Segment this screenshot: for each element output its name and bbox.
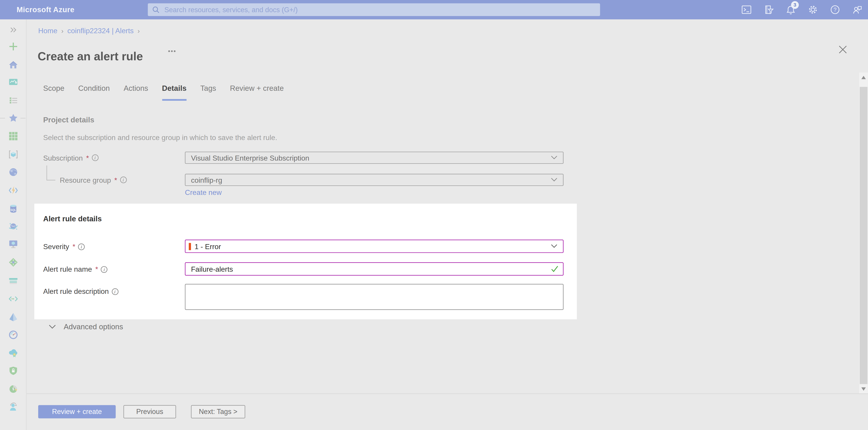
alert-rule-description-field xyxy=(185,284,563,310)
breadcrumb-resource-link[interactable]: coinflip22324 | Alerts xyxy=(67,27,133,35)
sidebar-item-create-resource[interactable] xyxy=(8,41,18,52)
monitor-gauge-icon xyxy=(8,330,18,340)
help-button[interactable]: ? xyxy=(824,0,846,20)
info-icon[interactable] xyxy=(92,155,98,161)
sidebar-item-advisor[interactable] xyxy=(8,348,18,358)
directory-filter-icon xyxy=(763,4,774,15)
resource-group-label: Resource group* xyxy=(60,176,126,184)
chevron-down-icon xyxy=(551,244,557,249)
sidebar-item-storage-accounts[interactable] xyxy=(8,275,18,286)
top-bar: Microsoft Azure xyxy=(0,0,868,20)
dashboard-icon xyxy=(8,77,18,87)
list-icon xyxy=(8,95,18,105)
settings-button[interactable] xyxy=(802,0,824,20)
more-options-icon[interactable] xyxy=(168,51,178,54)
scrollbar-up-arrow[interactable] xyxy=(862,76,866,79)
sidebar-item-virtual-networks[interactable] xyxy=(8,294,18,304)
sidebar-item-cost-management[interactable]: $ xyxy=(8,384,18,394)
previous-button[interactable]: Previous xyxy=(123,405,176,419)
active-directory-icon xyxy=(8,312,18,322)
page-title: Create an alert rule xyxy=(38,50,143,63)
grid-icon xyxy=(8,131,18,141)
sidebar-item-cosmos-db[interactable] xyxy=(8,221,18,231)
sidebar-expand-button[interactable] xyxy=(8,25,18,35)
azure-logo[interactable]: Microsoft Azure xyxy=(17,0,74,20)
alert-rule-name-field xyxy=(185,262,563,276)
azure-portal-window: Microsoft Azure xyxy=(0,0,868,430)
info-icon[interactable] xyxy=(120,176,126,183)
alert-rule-details-card: Alert rule details Severity* 1 - Error A… xyxy=(34,204,577,319)
alert-rule-name-input[interactable] xyxy=(190,264,551,274)
left-sidebar: SQL xyxy=(0,20,27,430)
favorites-divider xyxy=(0,118,5,118)
sidebar-item-monitor[interactable] xyxy=(8,330,18,340)
resource-group-icon xyxy=(8,150,18,160)
sql-database-icon: SQL xyxy=(8,204,18,213)
sidebar-item-all-services[interactable] xyxy=(8,95,18,105)
tab-review-create[interactable]: Review + create xyxy=(230,84,284,96)
close-blade-button[interactable] xyxy=(839,45,850,57)
alert-rule-name-label: Alert rule name* xyxy=(43,265,107,273)
breadcrumb: Home › coinflip22324 | Alerts › xyxy=(38,27,140,35)
valid-check-icon xyxy=(551,266,559,272)
advisor-icon xyxy=(8,348,18,358)
global-search[interactable] xyxy=(148,3,600,16)
sidebar-item-all-resources[interactable] xyxy=(8,131,18,141)
breadcrumb-home-link[interactable]: Home xyxy=(38,27,57,35)
severity-dropdown[interactable]: 1 - Error xyxy=(185,240,563,253)
sidebar-item-resource-groups[interactable] xyxy=(8,150,18,160)
required-marker: * xyxy=(114,176,117,184)
info-icon[interactable] xyxy=(78,243,85,250)
next-tags-button[interactable]: Next: Tags > xyxy=(191,405,245,419)
scrollbar-down-arrow[interactable] xyxy=(862,387,866,391)
tab-scope[interactable]: Scope xyxy=(43,84,64,96)
info-icon[interactable] xyxy=(101,266,107,272)
sidebar-item-load-balancers[interactable] xyxy=(8,257,18,267)
create-new-link[interactable]: Create new xyxy=(185,188,222,197)
tab-condition[interactable]: Condition xyxy=(78,84,110,96)
content-pane: Home › coinflip22324 | Alerts › Create a… xyxy=(27,20,868,430)
resource-group-dropdown[interactable]: coinflip-rg xyxy=(185,174,563,186)
plus-icon xyxy=(8,41,18,52)
cosmos-db-icon xyxy=(8,221,18,231)
storage-account-icon xyxy=(8,275,18,286)
wizard-tabs: Scope Condition Actions Details Tags Rev… xyxy=(43,84,284,96)
subscription-label: Subscription* xyxy=(43,154,98,162)
sidebar-item-dashboard[interactable] xyxy=(8,77,18,87)
scrollbar-thumb[interactable] xyxy=(860,87,867,384)
search-icon xyxy=(152,6,159,13)
subscription-dropdown[interactable]: Visual Studio Enterprise Subscription xyxy=(185,152,563,164)
home-icon xyxy=(8,60,18,70)
virtual-network-icon xyxy=(8,294,18,304)
help-icon: ? xyxy=(830,4,840,15)
sidebar-item-sql-databases[interactable]: SQL xyxy=(8,204,18,213)
svg-text:$: $ xyxy=(12,387,14,391)
info-icon[interactable] xyxy=(112,288,118,295)
directory-filter-button[interactable] xyxy=(757,0,779,20)
tab-details[interactable]: Details xyxy=(162,84,186,96)
search-input[interactable] xyxy=(163,5,596,14)
breadcrumb-separator: › xyxy=(61,27,64,35)
svg-text:?: ? xyxy=(833,7,836,13)
tab-tags[interactable]: Tags xyxy=(200,84,216,96)
sidebar-item-favorites[interactable] xyxy=(8,113,18,123)
gear-icon xyxy=(807,4,818,15)
sidebar-item-app-services[interactable] xyxy=(8,167,18,177)
advanced-options-toggle[interactable]: Advanced options xyxy=(49,323,123,331)
cloud-shell-button[interactable] xyxy=(735,0,757,20)
breadcrumb-separator: › xyxy=(137,27,140,35)
sidebar-item-function-app[interactable] xyxy=(8,186,18,195)
feedback-button[interactable] xyxy=(846,0,868,20)
sidebar-item-help-support[interactable] xyxy=(8,402,18,412)
alert-rule-description-input[interactable] xyxy=(185,285,563,309)
sidebar-item-home[interactable] xyxy=(8,60,18,70)
notification-count-badge: 3 xyxy=(791,1,799,9)
notifications-button[interactable]: 3 xyxy=(779,0,802,20)
sidebar-item-azure-active-directory[interactable] xyxy=(8,312,18,322)
sidebar-item-defender-for-cloud[interactable] xyxy=(8,366,18,376)
project-details-heading: Project details xyxy=(43,115,94,124)
review-create-button[interactable]: Review + create xyxy=(38,405,116,419)
tab-actions[interactable]: Actions xyxy=(124,84,148,96)
sidebar-item-virtual-machines[interactable] xyxy=(8,239,18,249)
star-icon xyxy=(8,113,18,123)
